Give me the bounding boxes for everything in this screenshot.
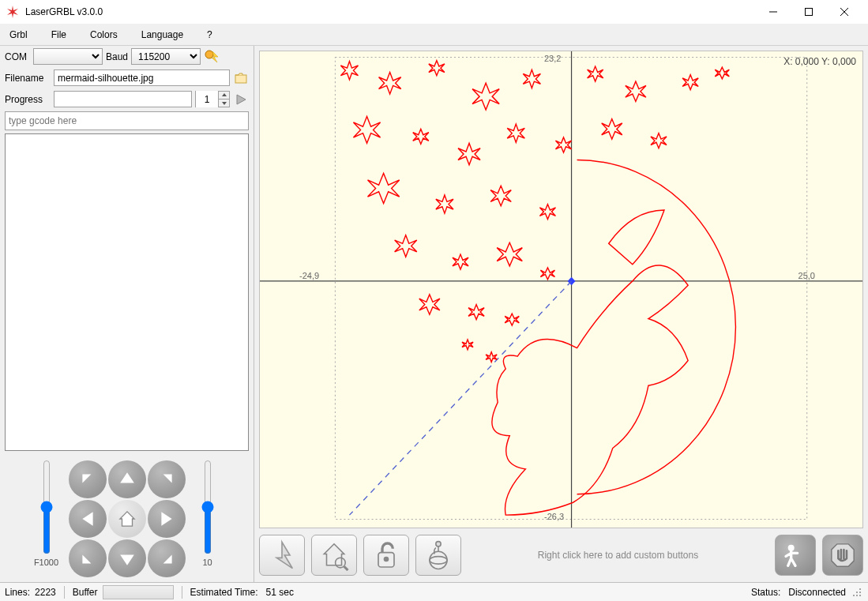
svg-marker-14 <box>161 512 171 526</box>
svg-marker-10 <box>120 472 134 483</box>
jog-w-button[interactable] <box>69 500 107 538</box>
bottom-toolbar: Right click here to add custom buttons <box>259 533 863 577</box>
jog-home-button[interactable] <box>108 500 146 538</box>
eta-value: 51 sec <box>266 587 294 598</box>
svg-line-22 <box>349 281 571 515</box>
menu-file[interactable]: File <box>47 26 71 43</box>
svg-marker-15 <box>82 555 91 564</box>
app-logo-icon <box>6 6 19 18</box>
com-label: COM <box>5 51 30 62</box>
filename-input[interactable] <box>54 69 230 86</box>
svg-point-28 <box>430 551 447 569</box>
baud-label: Baud <box>106 51 128 62</box>
status-value: Disconnected <box>788 587 846 598</box>
filename-label: Filename <box>5 73 51 84</box>
com-port-select[interactable] <box>33 48 103 65</box>
lines-value: 2223 <box>35 587 56 598</box>
connect-button[interactable] <box>204 49 220 65</box>
copies-down-button[interactable] <box>218 100 229 107</box>
baud-rate-select[interactable]: 115200 <box>131 48 201 65</box>
svg-point-35 <box>859 592 861 593</box>
step-label: 10 <box>202 558 212 567</box>
progress-bar <box>54 91 192 107</box>
menu-help[interactable]: ? <box>202 26 217 43</box>
svg-marker-11 <box>163 474 171 483</box>
svg-marker-16 <box>120 555 134 565</box>
step-slider[interactable] <box>200 460 216 554</box>
xy-readout: X: 0,000 Y: 0,000 <box>783 56 856 67</box>
progress-label: Progress <box>5 94 51 105</box>
svg-line-25 <box>344 566 348 570</box>
axis-tick-right: 25,0 <box>798 271 815 280</box>
feedrate-label: F1000 <box>34 558 58 567</box>
close-button[interactable] <box>826 0 862 24</box>
svg-marker-23 <box>324 544 344 565</box>
menu-colors[interactable]: Colors <box>85 26 122 43</box>
statusbar: Lines: 2223 Buffer Estimated Time: 51 se… <box>0 582 868 601</box>
axis-tick-bottom: -26,3 <box>544 512 564 521</box>
menu-language[interactable]: Language <box>137 26 188 43</box>
right-panel: 23,2 -24,9 25,0 -26,3 X: 0,000 Y: 0,000 … <box>254 46 868 582</box>
svg-rect-5 <box>235 75 246 83</box>
svg-marker-6 <box>222 93 227 96</box>
jog-sw-button[interactable] <box>69 539 107 577</box>
jog-n-button[interactable] <box>108 460 146 498</box>
eta-label: Estimated Time: <box>190 587 258 598</box>
window-title: LaserGRBL v3.0.0 <box>25 6 755 17</box>
axis-tick-top: 23,2 <box>544 54 561 63</box>
svg-marker-17 <box>163 555 171 564</box>
zero-button[interactable] <box>415 535 461 576</box>
svg-point-38 <box>859 595 861 596</box>
gcode-input[interactable] <box>5 111 249 130</box>
buffer-label: Buffer <box>73 587 98 598</box>
run-button[interactable] <box>233 92 249 107</box>
jog-e-button[interactable] <box>148 500 186 538</box>
preview-canvas[interactable]: 23,2 -24,9 25,0 -26,3 X: 0,000 Y: 0,000 <box>259 51 863 528</box>
svg-marker-32 <box>832 544 854 566</box>
menubar: Grbl File Colors Language ? <box>0 24 868 46</box>
hold-button[interactable] <box>822 535 863 576</box>
reset-button[interactable] <box>259 535 305 576</box>
jog-se-button[interactable] <box>148 539 186 577</box>
unlock-button[interactable] <box>363 535 409 576</box>
axis-tick-left: -24,9 <box>299 271 319 280</box>
resume-button[interactable] <box>775 535 816 576</box>
svg-point-4 <box>205 51 213 58</box>
svg-rect-1 <box>805 9 812 16</box>
svg-marker-9 <box>82 474 91 483</box>
status-label: Status: <box>751 587 780 598</box>
jog-nw-button[interactable] <box>69 460 107 498</box>
copies-spinner[interactable] <box>196 91 218 107</box>
jog-s-button[interactable] <box>108 539 146 577</box>
svg-point-27 <box>384 557 389 562</box>
open-file-button[interactable] <box>233 70 249 86</box>
svg-marker-13 <box>119 512 133 526</box>
minimize-button[interactable] <box>755 0 791 24</box>
custom-buttons-hint[interactable]: Right click here to add custom buttons <box>468 550 768 561</box>
copies-up-button[interactable] <box>218 92 229 100</box>
left-panel: COM Baud 115200 Filename Progress <box>0 46 254 582</box>
svg-marker-8 <box>237 95 246 104</box>
svg-point-36 <box>853 595 855 596</box>
svg-point-33 <box>859 588 861 590</box>
buffer-bar <box>103 585 174 599</box>
gcode-list[interactable] <box>5 133 249 451</box>
menu-grbl[interactable]: Grbl <box>5 26 32 43</box>
lines-label: Lines: <box>5 587 30 598</box>
svg-point-37 <box>856 595 858 596</box>
jog-ne-button[interactable] <box>148 460 186 498</box>
maximize-button[interactable] <box>791 0 826 24</box>
titlebar: LaserGRBL v3.0.0 <box>0 0 868 24</box>
feedrate-slider[interactable] <box>39 460 54 554</box>
svg-point-34 <box>856 592 858 593</box>
resize-grip-icon[interactable] <box>851 586 863 599</box>
homing-button[interactable] <box>311 535 357 576</box>
svg-marker-12 <box>82 512 92 526</box>
svg-point-30 <box>436 542 441 547</box>
svg-marker-7 <box>222 102 227 105</box>
jog-panel: F1000 10 <box>0 456 254 582</box>
